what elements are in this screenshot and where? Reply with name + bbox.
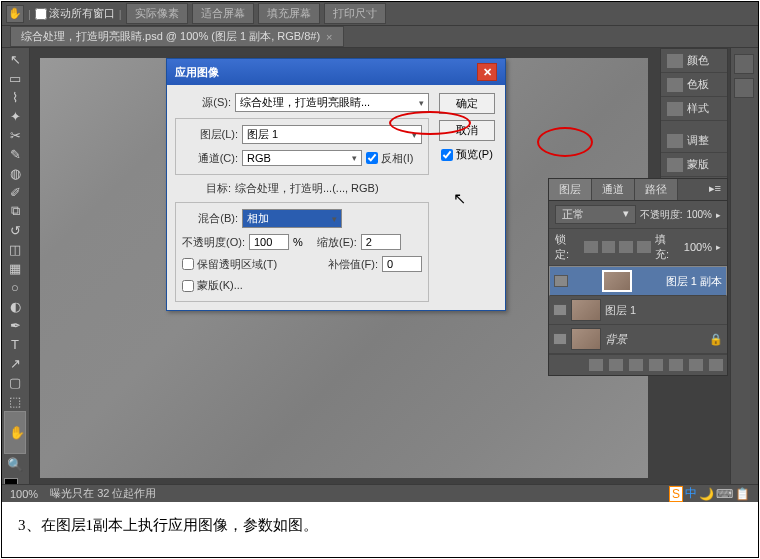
blend-mode-select[interactable]: 正常▾: [555, 205, 636, 224]
panel-icon[interactable]: [734, 78, 754, 98]
hand-tool-icon[interactable]: ✋: [4, 411, 26, 454]
move-tool-icon[interactable]: ↖: [4, 50, 26, 68]
layer-select[interactable]: 图层 1▾: [242, 125, 422, 144]
print-size-button[interactable]: 打印尺寸: [324, 3, 386, 24]
document-title: 综合处理，打造明亮眼睛.psd @ 100% (图层 1 副本, RGB/8#): [21, 29, 320, 44]
lasso-tool-icon[interactable]: ⌇: [4, 88, 26, 106]
opacity-unit: %: [293, 236, 303, 248]
offset-input[interactable]: [382, 256, 422, 272]
eraser-tool-icon[interactable]: ◫: [4, 240, 26, 258]
wand-tool-icon[interactable]: ✦: [4, 107, 26, 125]
panel-menu-icon[interactable]: ▸≡: [703, 179, 727, 200]
3d-tool-icon[interactable]: ⬚: [4, 392, 26, 410]
layers-panel: 图层 通道 路径 ▸≡ 正常▾ 不透明度: 100%▸ 锁定: 填充: 100%…: [548, 178, 728, 376]
swatches-panel-tab[interactable]: 色板: [661, 73, 727, 97]
lock-icon: 🔒: [709, 333, 723, 346]
layer-thumbnail[interactable]: [571, 299, 601, 321]
scroll-all-windows-checkbox[interactable]: 滚动所有窗口: [35, 6, 115, 21]
lock-transparency-icon[interactable]: [584, 241, 598, 253]
scale-input[interactable]: [361, 234, 401, 250]
dialog-titlebar[interactable]: 应用图像 ✕: [167, 59, 505, 85]
shape-tool-icon[interactable]: ▢: [4, 373, 26, 391]
zoom-level[interactable]: 100%: [10, 488, 38, 500]
layer-thumbnail[interactable]: [571, 328, 601, 350]
new-layer-icon[interactable]: [689, 359, 703, 371]
layers-tab[interactable]: 图层: [549, 179, 592, 200]
stamp-tool-icon[interactable]: ⧉: [4, 202, 26, 220]
tray-icon[interactable]: 🌙: [699, 487, 714, 501]
close-icon[interactable]: ✕: [477, 63, 497, 81]
styles-panel-tab[interactable]: 样式: [661, 97, 727, 121]
fill-value[interactable]: 100%: [684, 241, 712, 253]
source-select[interactable]: 综合处理，打造明亮眼睛...▾: [235, 93, 429, 112]
offset-label: 补偿值(F):: [322, 257, 378, 272]
mask-icon[interactable]: [629, 359, 643, 371]
channel-select[interactable]: RGB▾: [242, 150, 362, 166]
invert-checkbox[interactable]: 反相(I): [366, 151, 422, 166]
tray-icon[interactable]: 中: [685, 485, 697, 502]
channels-tab[interactable]: 通道: [592, 179, 635, 200]
tutorial-caption: 3、在图层1副本上执行应用图像，参数如图。: [2, 502, 758, 549]
panel-icon[interactable]: [734, 54, 754, 74]
lock-position-icon[interactable]: [619, 241, 633, 253]
color-panel-tab[interactable]: 颜色: [661, 49, 727, 73]
blend-label: 混合(B):: [182, 211, 238, 226]
masks-panel-tab[interactable]: 蒙版: [661, 153, 727, 177]
scale-label: 缩放(E):: [307, 235, 357, 250]
layer-thumbnail[interactable]: [602, 270, 632, 292]
marquee-tool-icon[interactable]: ▭: [4, 69, 26, 87]
lock-all-icon[interactable]: [637, 241, 651, 253]
blend-select[interactable]: 相加▾: [242, 209, 342, 228]
target-value: 综合处理，打造明...(..., RGB): [235, 181, 379, 196]
delete-icon[interactable]: [709, 359, 723, 371]
mask-checkbox[interactable]: 蒙版(K)...: [182, 278, 243, 293]
group-icon[interactable]: [669, 359, 683, 371]
adjustment-icon[interactable]: [649, 359, 663, 371]
heal-tool-icon[interactable]: ◍: [4, 164, 26, 182]
opacity-input[interactable]: [249, 234, 289, 250]
preserve-transparency-checkbox[interactable]: 保留透明区域(T): [182, 257, 277, 272]
dialog-title: 应用图像: [175, 65, 219, 80]
target-label: 目标:: [175, 181, 231, 196]
layer-row[interactable]: 图层 1: [549, 296, 727, 325]
tray-icon[interactable]: ⌨: [716, 487, 733, 501]
paths-tab[interactable]: 路径: [635, 179, 678, 200]
hand-tool-icon[interactable]: ✋: [6, 5, 24, 23]
visibility-icon[interactable]: [554, 275, 568, 287]
opacity-value[interactable]: 100%: [686, 209, 712, 220]
pen-tool-icon[interactable]: ✒: [4, 316, 26, 334]
opacity-label: 不透明度:: [640, 208, 683, 222]
ok-button[interactable]: 确定: [439, 93, 495, 114]
fit-screen-button[interactable]: 适合屏幕: [192, 3, 254, 24]
type-tool-icon[interactable]: T: [4, 335, 26, 353]
actual-pixels-button[interactable]: 实际像素: [126, 3, 188, 24]
layer-row[interactable]: 图层 1 副本: [549, 266, 727, 296]
layer-name: 图层 1: [605, 303, 636, 318]
visibility-icon[interactable]: [553, 333, 567, 345]
preview-checkbox[interactable]: 预览(P): [441, 147, 493, 162]
dodge-tool-icon[interactable]: ◐: [4, 297, 26, 315]
brush-tool-icon[interactable]: ✐: [4, 183, 26, 201]
visibility-icon[interactable]: [553, 304, 567, 316]
lock-image-icon[interactable]: [602, 241, 616, 253]
lock-label: 锁定:: [555, 232, 580, 262]
chevron-down-icon: ▾: [419, 98, 424, 108]
gradient-tool-icon[interactable]: ▦: [4, 259, 26, 277]
link-icon[interactable]: [589, 359, 603, 371]
system-tray: S 中 🌙 ⌨ 📋: [669, 485, 750, 502]
adjustments-panel-tab[interactable]: 调整: [661, 129, 727, 153]
tray-icon[interactable]: S: [669, 486, 683, 502]
zoom-tool-icon[interactable]: 🔍: [4, 455, 26, 473]
close-tab-icon[interactable]: ×: [326, 31, 332, 43]
tray-icon[interactable]: 📋: [735, 487, 750, 501]
layer-row[interactable]: 背景 🔒: [549, 325, 727, 354]
crop-tool-icon[interactable]: ✂: [4, 126, 26, 144]
blur-tool-icon[interactable]: ○: [4, 278, 26, 296]
history-brush-icon[interactable]: ↺: [4, 221, 26, 239]
cancel-button[interactable]: 取消: [439, 120, 495, 141]
path-tool-icon[interactable]: ↗: [4, 354, 26, 372]
document-tab[interactable]: 综合处理，打造明亮眼睛.psd @ 100% (图层 1 副本, RGB/8#)…: [10, 26, 344, 47]
fx-icon[interactable]: [609, 359, 623, 371]
fill-screen-button[interactable]: 填充屏幕: [258, 3, 320, 24]
eyedropper-tool-icon[interactable]: ✎: [4, 145, 26, 163]
